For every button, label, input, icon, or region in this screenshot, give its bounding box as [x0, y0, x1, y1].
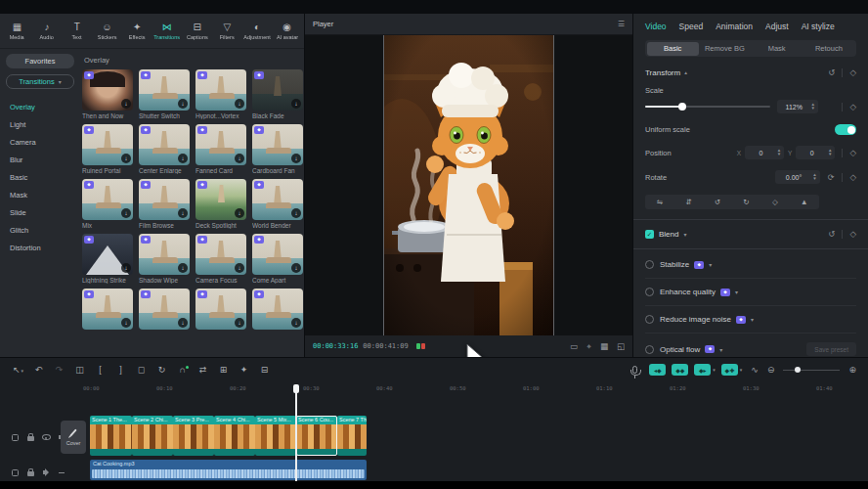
delete-left-icon[interactable]: [	[90, 365, 110, 375]
nav-item-ai-avatar[interactable]: ◉ AI avatar	[272, 22, 302, 40]
section-stabilize[interactable]: Stabilize ◆ ▾	[645, 251, 856, 278]
playhead[interactable]	[295, 384, 297, 481]
transform-section-header[interactable]: Transform ▴ ↺ ◇	[645, 67, 856, 77]
lock-icon[interactable]	[25, 467, 35, 477]
category-blur[interactable]: Blur	[6, 151, 74, 168]
subtab-retouch[interactable]: Retouch	[803, 42, 854, 56]
nav-item-adjustment[interactable]: ◐ Adjustment	[242, 22, 273, 40]
fullscreen-icon[interactable]: ◱	[617, 341, 625, 352]
options-icon[interactable]	[10, 467, 20, 477]
flip-vertical-icon[interactable]: ⇵	[685, 198, 691, 206]
transition-card-cardboard-fan[interactable]: ◆ ↓ Cardboard Fan	[252, 124, 303, 174]
category-distortion[interactable]: Distortion	[6, 239, 74, 256]
quality-icon[interactable]: ▦	[600, 341, 608, 352]
scale-slider[interactable]	[645, 103, 770, 111]
timeline-ruler[interactable]: 00:0000:1000:2000:3000:4000:5001:0001:10…	[59, 384, 868, 396]
delete-icon[interactable]: ◻	[131, 365, 152, 375]
clip-scene-3-pre[interactable]: Scene 3 Pre...	[173, 416, 214, 456]
keyframe-icon[interactable]: ◇	[849, 148, 856, 157]
transitions-dropdown[interactable]: Transitions ▾	[6, 74, 74, 89]
transition-card-lightning-strike[interactable]: ◆ ↓ Lightning Strike	[82, 234, 133, 284]
nav-item-audio[interactable]: ♪ Audio	[32, 22, 63, 40]
rotate-dial-icon[interactable]: ⟳	[828, 173, 835, 182]
subtab-basic[interactable]: Basic	[647, 42, 699, 56]
transition-card[interactable]: ◆ ↓	[195, 289, 246, 330]
category-camera[interactable]: Camera	[6, 133, 74, 151]
nav-item-stickers[interactable]: ☺ Stickers	[92, 22, 122, 40]
transition-card-film-browse[interactable]: ◆ ↓ Film Browse	[139, 179, 190, 229]
category-mask[interactable]: Mask	[6, 186, 74, 203]
transition-card[interactable]: ◆ ↓	[139, 289, 190, 330]
stepper-icon[interactable]: ▲▼	[812, 173, 816, 181]
tab-adjust[interactable]: Adjust	[765, 22, 789, 31]
transition-card-then-and-now[interactable]: ◆ ↓ Then and Now	[82, 69, 133, 119]
reset-icon[interactable]: ↺	[828, 229, 835, 239]
split-icon[interactable]: ◫	[69, 365, 90, 375]
transition-card[interactable]: ◆ ↓	[82, 289, 133, 330]
keyframe-add-icon[interactable]: ◆◆	[672, 364, 688, 376]
nav-item-effects[interactable]: ✦ Effects	[122, 22, 152, 40]
keyframe-icon[interactable]: ◇	[849, 102, 856, 111]
save-preset-button[interactable]: Save preset	[806, 342, 856, 356]
motion-track-icon[interactable]: ⌖	[586, 341, 591, 352]
chevron-down-icon[interactable]: ▾	[751, 316, 754, 323]
nav-item-media[interactable]: ▦ Media	[2, 22, 32, 40]
chevron-down-icon[interactable]: ▾	[683, 231, 686, 238]
effects-icon[interactable]: ✦	[234, 365, 254, 375]
transition-card-world-bender[interactable]: ◆ ↓ World Bender	[252, 179, 303, 229]
crop-icon[interactable]: ⊞	[213, 365, 234, 375]
undo-icon[interactable]: ↶	[28, 365, 49, 375]
chevron-down-icon[interactable]: ▾	[740, 367, 743, 373]
transition-card-shutter-switch[interactable]: ◆ ↓ Shutter Switch	[139, 69, 190, 119]
mute-icon[interactable]	[41, 467, 51, 477]
clip-scene-5-mix[interactable]: Scene 5 Mix...	[255, 416, 296, 456]
tab-speed[interactable]: Speed	[679, 22, 704, 31]
uniform-scale-toggle[interactable]	[835, 124, 856, 135]
section-reduce-image-noise[interactable]: Reduce image noise ◆ ▾	[645, 305, 856, 333]
loop-icon[interactable]: ↻	[152, 365, 172, 375]
transition-card-fanned-card[interactable]: ◆ ↓ Fanned Card	[195, 124, 246, 174]
clip-scene-4-chi[interactable]: Scene 4 Chi...	[214, 416, 255, 456]
category-basic[interactable]: Basic	[6, 168, 74, 186]
keyframe-prev-icon[interactable]: ◂◆	[649, 364, 666, 376]
nav-item-text[interactable]: T Text	[62, 22, 92, 40]
section-optical-flow[interactable]: Optical flow ◆ ▾ Save preset	[645, 333, 856, 357]
clip-scene-7-tha[interactable]: Scene 7 Tha...	[337, 416, 367, 456]
keyframe-next-icon[interactable]: ◆▸	[694, 364, 711, 376]
transition-card-camera-focus[interactable]: ◆ ↓ Camera Focus	[195, 234, 246, 284]
mirror-icon[interactable]: ⇄	[193, 365, 213, 375]
curve-icon[interactable]: ∿	[751, 365, 759, 375]
nav-item-filters[interactable]: ▽ Filters	[212, 22, 242, 40]
keyframe-icon[interactable]: ◇	[849, 172, 856, 182]
fit-icon[interactable]: ◇	[772, 198, 778, 206]
zoom-in-icon[interactable]: ⊕	[848, 365, 856, 375]
tab-animation[interactable]: Animation	[716, 22, 753, 31]
chevron-down-icon[interactable]: ▾	[719, 346, 722, 353]
rotate-cw-icon[interactable]: ↻	[743, 198, 749, 206]
checkbox-icon[interactable]	[645, 345, 654, 354]
preview-stage[interactable]	[305, 35, 632, 335]
transition-card-center-enlarge[interactable]: ◆ ↓ Center Enlarge	[139, 124, 190, 174]
select-tool-icon[interactable]: ↖▾	[8, 365, 28, 375]
record-voiceover-icon[interactable]	[630, 365, 640, 375]
tab-video[interactable]: Video	[645, 22, 667, 31]
clip-scene-2-chi[interactable]: Scene 2 Chi...	[132, 416, 173, 456]
transition-card[interactable]: ◆ ↓	[252, 289, 303, 330]
subtab-mask[interactable]: Mask	[751, 42, 803, 56]
category-glitch[interactable]: Glitch	[6, 221, 74, 239]
favorites-button[interactable]: Favorites	[6, 54, 74, 68]
transform-handle-right[interactable]	[553, 35, 554, 335]
position-y-box[interactable]: 0 ▲▼	[796, 146, 835, 159]
scale-value-box[interactable]: 112% ▲▼	[777, 100, 818, 113]
timeline-zoom-slider[interactable]	[783, 366, 840, 374]
player-display-menu-icon[interactable]: ☰	[618, 20, 625, 28]
lock-icon[interactable]	[25, 432, 35, 442]
more-icon[interactable]	[57, 467, 66, 477]
section-enhance-quality[interactable]: Enhance quality ◆ ▾	[645, 278, 856, 305]
blend-section-header[interactable]: ✓ Blend ▾ ↺ ◇	[645, 229, 856, 239]
transition-card-come-apart[interactable]: ◆ ↓ Come Apart	[252, 234, 303, 284]
checkbox-icon[interactable]	[645, 315, 654, 324]
chevron-down-icon[interactable]: ▾	[735, 289, 738, 295]
subtab-remove-bg[interactable]: Remove BG	[699, 42, 751, 56]
delete-right-icon[interactable]: ]	[110, 365, 131, 375]
